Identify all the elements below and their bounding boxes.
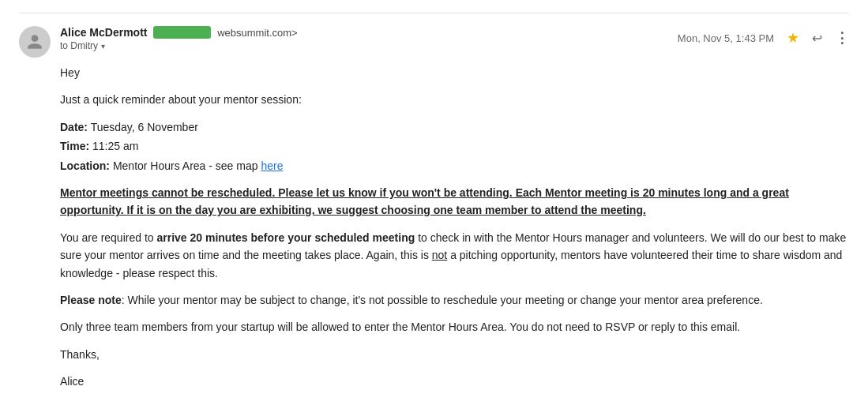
date-label: Date: <box>60 121 88 133</box>
email-container: Alice McDermott websummit.com> to Dmitry… <box>0 0 868 405</box>
only-paragraph: Only three team members from your startu… <box>60 318 849 336</box>
avatar <box>19 26 51 58</box>
date-line: Date: Tuesday, 6 November <box>60 118 849 136</box>
info-block: Date: Tuesday, 6 November Time: 11:25 am… <box>60 118 849 174</box>
note-text: : While your mentor may be subject to ch… <box>122 294 763 306</box>
map-link[interactable]: here <box>261 159 283 172</box>
email-body: Hey Just a quick reminder about your men… <box>60 64 849 390</box>
sender-name-row: Alice McDermott websummit.com> <box>60 26 298 39</box>
date-value: Tuesday, 6 November <box>91 121 198 133</box>
star-icon[interactable]: ★ <box>787 29 799 47</box>
sender-info: Alice McDermott websummit.com> to Dmitry… <box>60 26 298 51</box>
arrive-before: You are required to <box>60 231 156 244</box>
sender-email-domain: websummit.com> <box>217 27 298 39</box>
chevron-down-icon: ▾ <box>101 42 105 51</box>
sender-name: Alice McDermott <box>60 26 147 39</box>
reply-icon[interactable]: ↩ <box>812 31 822 46</box>
person-icon <box>26 33 43 51</box>
email-date: Mon, Nov 5, 1:43 PM <box>678 32 774 44</box>
greeting: Hey <box>60 64 849 81</box>
location-line: Location: Mentor Hours Area - see map he… <box>60 157 849 174</box>
header-left: Alice McDermott websummit.com> to Dmitry… <box>19 26 298 58</box>
header-right: Mon, Nov 5, 1:43 PM ★ ↩ ⋮ <box>678 26 849 47</box>
recipient-dropdown[interactable]: ▾ <box>101 42 105 51</box>
note-bold: Please note <box>60 294 122 306</box>
sign-off: Thanks, <box>60 346 849 363</box>
arrive-paragraph: You are required to arrive 20 minutes be… <box>60 229 849 282</box>
intro-text: Just a quick reminder about your mentor … <box>60 91 849 108</box>
recipient-label: to Dmitry <box>60 40 98 51</box>
location-label: Location: <box>60 159 110 172</box>
divider <box>19 13 849 13</box>
warning-text: Mentor meetings cannot be rescheduled. P… <box>60 184 849 219</box>
time-value: 11:25 am <box>92 140 138 152</box>
arrive-not: not <box>432 249 447 261</box>
email-header: Alice McDermott websummit.com> to Dmitry… <box>19 26 849 58</box>
time-line: Time: 11:25 am <box>60 137 849 155</box>
more-options-icon[interactable]: ⋮ <box>835 29 849 47</box>
sender-email-pill <box>153 26 211 39</box>
note-paragraph: Please note: While your mentor may be su… <box>60 291 849 309</box>
recipient-row: to Dmitry ▾ <box>60 40 298 51</box>
arrive-bold: arrive 20 minutes before your scheduled … <box>156 231 415 244</box>
time-label: Time: <box>60 140 89 152</box>
sign-name: Alice <box>60 373 849 390</box>
location-value: Mentor Hours Area - see map <box>113 159 261 172</box>
